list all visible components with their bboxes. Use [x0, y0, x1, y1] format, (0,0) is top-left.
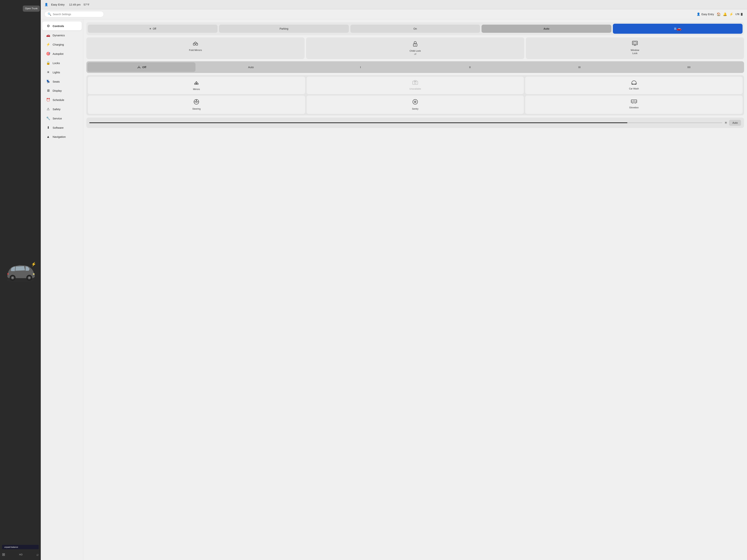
temperature-display: 57°F — [83, 3, 89, 6]
svg-point-11 — [414, 42, 416, 44]
search-bar[interactable]: 🔍 — [45, 11, 104, 17]
sidebar-label-schedule: Schedule — [53, 98, 64, 102]
svg-point-7 — [33, 273, 35, 275]
brightness-slider[interactable] — [89, 123, 722, 123]
controls-icon: ⊙ — [46, 24, 50, 28]
window-lock-button[interactable]: WindowLock — [526, 37, 744, 59]
safety-icon: ⚠ — [46, 107, 50, 111]
sidebar-item-dynamics[interactable]: 🚗 Dynamics — [42, 31, 82, 39]
search-input[interactable] — [53, 13, 90, 16]
glovebox-icon — [631, 99, 637, 105]
svg-point-34 — [415, 102, 416, 102]
header-icons: 🏠 🔔 ⚡ LTE ▐▌ — [717, 12, 743, 16]
brightness-auto-button[interactable]: Auto — [729, 120, 741, 126]
service-icon: 🔧 — [46, 116, 50, 121]
display-icon: 🖥 — [46, 89, 50, 92]
brightness-slider-wrap: ☀ — [89, 121, 727, 125]
search-magnifier-icon: 🔍 — [48, 12, 51, 16]
svg-rect-17 — [195, 83, 196, 84]
fold-mirrors-icon — [192, 41, 199, 47]
sidebar-label-safety: Safety — [53, 108, 60, 111]
mirrors-icon — [194, 80, 199, 86]
lights-row: ☀ Off Parking On Auto ≡🚗 — [86, 22, 744, 35]
bluetooth-icon[interactable]: ⚡ — [729, 12, 733, 16]
child-lock-button[interactable]: Child Lockoff — [306, 37, 524, 59]
sidebar-item-seats[interactable]: 💺 Seats — [42, 77, 82, 86]
wiper-off-button[interactable]: Off — [87, 62, 196, 72]
car-wash-button[interactable]: Car Wash — [525, 77, 743, 94]
dynamics-icon: 🚗 — [46, 33, 50, 37]
lights-icon: ☀ — [46, 70, 50, 74]
brightness-sun-icon: ☀ — [724, 121, 727, 125]
profile-icon-header: 👤 — [697, 12, 700, 16]
steering-button[interactable]: Steering — [88, 96, 305, 114]
svg-rect-10 — [196, 43, 198, 45]
time-display: 12:49 pm — [69, 3, 81, 6]
svg-rect-18 — [197, 83, 198, 84]
sidebar-label-software: Software — [53, 126, 63, 129]
garage-icon[interactable]: 🏠 — [717, 12, 721, 16]
window-lock-icon — [632, 41, 638, 47]
sidebar-item-locks[interactable]: 🔒 Locks — [42, 58, 82, 68]
charge-icon: ⚡ — [31, 262, 36, 267]
sidebar-label-controls: Controls — [53, 24, 64, 28]
lights-off-button[interactable]: ☀ Off — [88, 25, 217, 33]
bottom-icons: ⊞ HD ⌕ — [2, 551, 39, 558]
wiper-auto-button[interactable]: Auto — [197, 62, 305, 72]
sidebar-item-schedule[interactable]: ⏰ Schedule — [42, 96, 82, 104]
svg-point-3 — [12, 277, 14, 278]
lights-auto-icon-button[interactable]: ≡🚗 — [613, 24, 743, 34]
main-area: 👤 Easy Entry 12:49 pm 57°F 🔍 👤 Easy Entr… — [41, 0, 747, 560]
tune-icon[interactable]: ⊞ — [2, 552, 5, 557]
svg-rect-14 — [632, 41, 638, 45]
glovebox-button[interactable]: Glovebox — [525, 96, 743, 114]
sidebar-label-autopilot: Autopilot — [53, 52, 63, 55]
unavailable-button[interactable]: Unavailable — [307, 77, 524, 94]
lights-auto-button[interactable]: Auto — [482, 25, 611, 33]
wiper-speed4-button[interactable]: IIII — [635, 62, 743, 72]
lte-signal-icon: LTE ▐▌ — [736, 13, 743, 16]
lights-parking-button[interactable]: Parking — [219, 25, 349, 33]
sidebar-item-display[interactable]: 🖥 Display — [42, 86, 82, 95]
wiper-speed2-button[interactable]: II — [416, 62, 524, 72]
sidebar-item-controls[interactable]: ⊙ Controls — [42, 22, 82, 30]
sidebar-label-seats: Seats — [53, 80, 60, 83]
sidebar-label-display: Display — [53, 89, 62, 92]
bell-icon[interactable]: 🔔 — [723, 12, 727, 16]
sidebar: ⊙ Controls 🚗 Dynamics ⚡ Charging 🎯 Autop… — [41, 19, 83, 560]
software-icon: ⬇ — [46, 126, 50, 130]
sidebar-item-service[interactable]: 🔧 Service — [42, 114, 82, 123]
navigation-icon: ▲ — [46, 135, 50, 139]
wiper-speed1-button[interactable]: I — [306, 62, 414, 72]
car-wash-label: Car Wash — [629, 87, 639, 90]
sidebar-item-software[interactable]: ⬇ Software — [42, 123, 82, 132]
sentry-button[interactable]: Sentry — [307, 96, 524, 114]
fold-mirrors-button[interactable]: Fold Mirrors — [86, 37, 305, 59]
search-icon[interactable]: ⌕ — [36, 553, 39, 557]
charging-icon: ⚡ — [46, 43, 50, 47]
sidebar-item-charging[interactable]: ⚡ Charging — [42, 40, 82, 49]
schedule-icon: ⏰ — [46, 98, 50, 102]
fold-mirrors-label: Fold Mirrors — [189, 49, 202, 52]
sidebar-label-service: Service — [53, 117, 62, 120]
svg-point-21 — [414, 82, 416, 84]
sidebar-item-safety[interactable]: ⚠ Safety — [42, 105, 82, 113]
sun-icon-small: ☀ — [149, 27, 152, 30]
top-bar: 👤 Easy Entry 12:49 pm 57°F — [41, 0, 747, 9]
sidebar-label-locks: Locks — [53, 61, 60, 64]
svg-point-6 — [28, 277, 30, 278]
mirrors-label: Mirrors — [193, 88, 200, 91]
seats-icon: 💺 — [46, 79, 50, 83]
sidebar-label-dynamics: Dynamics — [53, 34, 65, 37]
sidebar-label-navigation: Navigation — [53, 135, 66, 138]
sidebar-item-lights[interactable]: ☀ Lights — [42, 68, 82, 77]
lights-on-button[interactable]: On — [350, 25, 480, 33]
svg-rect-37 — [633, 101, 635, 101]
wiper-speed3-button[interactable]: III — [525, 62, 634, 72]
sidebar-item-navigation[interactable]: ▲ Navigation — [42, 132, 82, 141]
svg-rect-8 — [7, 273, 8, 275]
sentry-label: Sentry — [412, 108, 418, 111]
mirrors-button[interactable]: Mirrors — [88, 77, 305, 94]
svg-point-13 — [415, 45, 416, 45]
sidebar-item-autopilot[interactable]: 🎯 Autopilot — [42, 49, 82, 58]
